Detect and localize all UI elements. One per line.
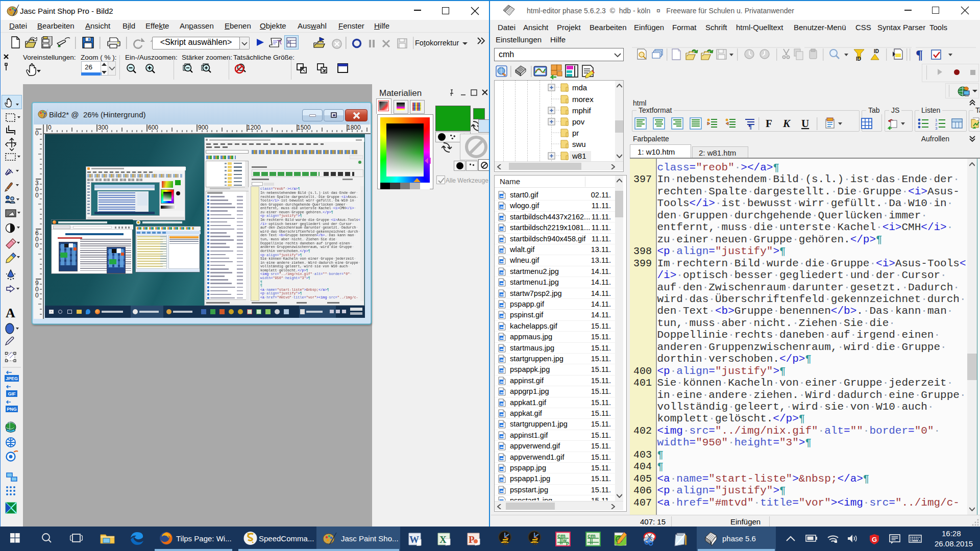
svg-text:0: 0 <box>35 242 39 249</box>
svg-text:G: G <box>872 536 877 543</box>
svg-text:0: 0 <box>35 192 39 199</box>
svg-text:3: 3 <box>935 126 938 131</box>
svg-text:1200: 1200 <box>247 124 261 131</box>
svg-text:¶: ¶ <box>916 47 923 62</box>
svg-text:0: 0 <box>35 130 39 137</box>
svg-text:P: P <box>469 534 475 545</box>
svg-text:PNG: PNG <box>7 407 17 412</box>
svg-text:cm: cm <box>587 533 596 539</box>
svg-text:mphif: mphif <box>572 106 592 115</box>
svg-text:w81: w81 <box>572 152 586 160</box>
svg-text:1500: 1500 <box>297 124 311 131</box>
svg-text:900: 900 <box>198 124 208 131</box>
svg-text:GIF: GIF <box>8 391 16 396</box>
svg-text:pov: pov <box>572 117 585 126</box>
svg-text:A: A <box>6 306 15 320</box>
svg-text:0: 0 <box>48 124 52 131</box>
svg-text:600: 600 <box>148 124 158 131</box>
svg-text:300: 300 <box>98 124 108 131</box>
svg-text:0: 0 <box>35 292 39 299</box>
svg-text:¶: ¶ <box>748 122 752 130</box>
svg-text:morex: morex <box>572 95 594 104</box>
svg-text:JPEG: JPEG <box>6 376 18 381</box>
svg-text:15: 15 <box>503 542 507 545</box>
svg-text:P: P <box>566 541 569 546</box>
svg-text:ID: ID <box>856 56 861 62</box>
svg-text:F: F <box>766 117 772 130</box>
svg-text:K: K <box>782 117 791 130</box>
svg-text:mda: mda <box>572 83 587 92</box>
svg-text:pr: pr <box>572 129 579 137</box>
svg-text:16: 16 <box>533 542 537 545</box>
svg-text:W: W <box>409 534 419 545</box>
svg-text:X: X <box>439 534 447 545</box>
svg-text:swu: swu <box>572 140 586 148</box>
svg-text:ID: ID <box>874 48 879 54</box>
svg-text:1800: 1800 <box>347 124 361 131</box>
svg-text:U: U <box>801 117 809 130</box>
